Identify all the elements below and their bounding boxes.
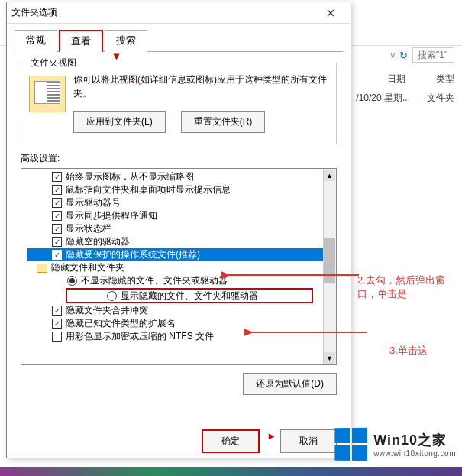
checkbox[interactable] (52, 172, 62, 182)
folder-view-icon (29, 76, 66, 112)
tree-item-label: 显示隐藏的文件、文件夹和驱动器 (121, 290, 258, 303)
tree-item-12[interactable]: 用彩色显示加密或压缩的 NTFS 文件 (27, 330, 336, 343)
scrollbar: ▲ ▼ (323, 169, 336, 364)
tree-item-10[interactable]: 隐藏文件夹合并冲突 (27, 304, 336, 317)
checkbox[interactable] (52, 185, 62, 195)
logo-text: Win10之家 (373, 431, 447, 449)
logo-url: www.win10xitong.com (373, 449, 456, 458)
tab-general[interactable]: 常规 (15, 30, 57, 52)
explorer-nav-right: v ↻ (391, 47, 455, 63)
annotation-marker-ok: ▸ (269, 429, 274, 453)
watermark-logo: Win10之家 www.win10xitong.com (334, 428, 456, 461)
tree-item-label: 不显示隐藏的文件、文件夹或驱动器 (81, 274, 228, 287)
explorer-columns: 日期 类型 (387, 73, 454, 86)
tree-item-label: 始终显示图标，从不显示缩略图 (66, 170, 194, 183)
annotation-marker-tab: ▾ (114, 50, 119, 62)
radio[interactable] (67, 276, 77, 286)
reset-folders-button[interactable]: 重置文件夹(R) (181, 111, 266, 133)
checkbox[interactable] (52, 319, 62, 329)
col-type[interactable]: 类型 (436, 73, 454, 86)
row-date: /10/20 星期... (356, 92, 410, 105)
checkbox[interactable] (52, 306, 62, 316)
tree-item-label: 显示驱动器号 (66, 196, 121, 209)
tree-item-label: 显示同步提供程序通知 (66, 209, 157, 222)
tree-item-6[interactable]: 隐藏受保护的操作系统文件(推荐) (27, 248, 336, 261)
refresh-icon[interactable]: ↻ (399, 50, 408, 61)
tree-item-label: 隐藏文件夹合并冲突 (66, 304, 148, 317)
checkbox[interactable] (52, 250, 62, 260)
restore-defaults-button[interactable]: 还原为默认值(D) (243, 373, 337, 395)
tab-view[interactable]: 查看 (59, 30, 103, 52)
tree-item-0[interactable]: 始终显示图标，从不显示缩略图 (27, 170, 336, 183)
taskbar (0, 467, 462, 476)
dialog-buttons: 确定▸ 取消 (15, 423, 343, 453)
close-icon (327, 9, 334, 17)
scroll-thumb[interactable] (324, 238, 335, 283)
advanced-label: 高级设置: (21, 152, 337, 165)
group-label: 文件夹视图 (27, 57, 79, 70)
explorer-row[interactable]: /10/20 星期... 文件夹 (356, 92, 454, 105)
tree-item-label: 显示状态栏 (66, 222, 111, 235)
tree-item-7[interactable]: 隐藏文件和文件夹 (27, 261, 336, 274)
tree-item-label: 隐藏受保护的操作系统文件(推荐) (66, 248, 200, 261)
annotation-text-2: 2.去勾，然后弹出窗口，单击是 (357, 274, 462, 301)
ok-button[interactable]: 确定 (202, 429, 260, 453)
checkbox[interactable] (52, 237, 62, 247)
titlebar: 文件夹选项 (7, 2, 351, 24)
close-button[interactable] (315, 4, 346, 22)
tree-item-9[interactable]: 显示隐藏的文件、文件夹和驱动器 (66, 288, 313, 303)
col-date[interactable]: 日期 (387, 73, 405, 86)
dialog-title: 文件夹选项 (11, 6, 315, 19)
radio[interactable] (107, 291, 117, 301)
checkbox[interactable] (52, 211, 62, 221)
annotation-text-3: 3.单击这 (389, 344, 428, 358)
address-dropdown-icon[interactable]: v (391, 50, 396, 60)
tab-search[interactable]: 搜索 (105, 30, 147, 52)
folder-view-desc: 你可以将此视图(如详细信息或图标)应用于这种类型的所有文件夹。 (73, 73, 328, 100)
tree-item-3[interactable]: 显示同步提供程序通知 (27, 209, 336, 222)
checkbox[interactable] (52, 198, 62, 208)
folder-view-group: 文件夹视图 你可以将此视图(如详细信息或图标)应用于这种类型的所有文件夹。 应用… (21, 63, 337, 144)
tree-item-label: 隐藏文件和文件夹 (51, 261, 124, 274)
tree-item-label: 鼠标指向文件夹和桌面项时显示提示信息 (66, 183, 231, 196)
windows-logo-icon (334, 428, 367, 461)
apply-to-folders-button[interactable]: 应用到文件夹(L) (73, 111, 166, 133)
tabs: 常规 查看 搜索 (15, 30, 343, 52)
tree-item-label: 用彩色显示加密或压缩的 NTFS 文件 (66, 330, 214, 343)
tree-item-label: 隐藏已知文件类型的扩展名 (66, 317, 176, 330)
tree-item-11[interactable]: 隐藏已知文件类型的扩展名 (27, 317, 336, 330)
checkbox[interactable] (52, 224, 62, 234)
tree-item-5[interactable]: 隐藏空的驱动器 (27, 235, 336, 248)
cancel-button[interactable]: 取消 (280, 429, 337, 453)
row-type: 文件夹 (427, 92, 454, 105)
folder-options-dialog: 文件夹选项 常规 查看 搜索 ▾ 文件夹视图 你可以将此视图(如详细信息或图标)… (6, 2, 351, 458)
search-input[interactable] (412, 47, 454, 63)
tree-item-4[interactable]: 显示状态栏 (27, 222, 336, 235)
tree-item-1[interactable]: 鼠标指向文件夹和桌面项时显示提示信息 (27, 183, 336, 196)
checkbox[interactable] (52, 332, 62, 342)
advanced-tree: 始终显示图标，从不显示缩略图鼠标指向文件夹和桌面项时显示提示信息显示驱动器号显示… (21, 168, 337, 365)
tree-item-label: 隐藏空的驱动器 (66, 235, 130, 248)
folder-icon (37, 264, 47, 273)
scroll-down-icon[interactable]: ▼ (324, 352, 335, 364)
tree-item-2[interactable]: 显示驱动器号 (27, 196, 336, 209)
tree-item-8[interactable]: 不显示隐藏的文件、文件夹或驱动器 (27, 274, 336, 287)
scroll-up-icon[interactable]: ▲ (324, 170, 335, 181)
